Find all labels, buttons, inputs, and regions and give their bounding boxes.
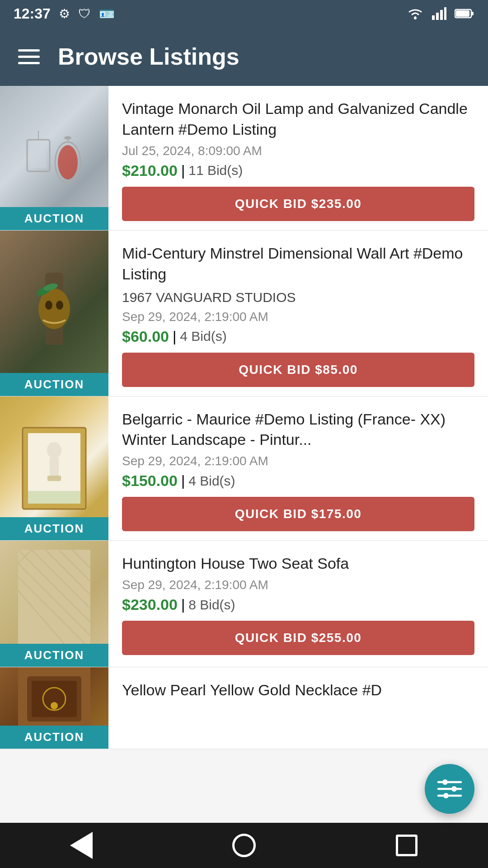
filter-icon [436, 778, 463, 800]
card-icon: 🪪 [99, 6, 115, 21]
listing-details-3: Belgarric - Maurice #Demo Listing (Franc… [108, 396, 488, 541]
painting-illustration [18, 414, 90, 523]
svg-rect-7 [456, 10, 469, 17]
listing-details-4: Huntington House Two Seat Sofa Sep 29, 2… [108, 541, 488, 667]
listing-price: $230.00 [122, 596, 178, 613]
listing-price-row: $60.00 | 4 Bid(s) [122, 328, 474, 345]
listing-details-2: Mid-Century Minstrel Dimensional Wall Ar… [108, 231, 488, 396]
listing-date: Sep 29, 2024, 2:19:00 AM [122, 310, 474, 324]
auction-badge: AUCTION [0, 373, 108, 396]
gear-icon: ⚙ [59, 6, 70, 21]
list-item[interactable]: AUCTION Vintage Monarch Oil Lamp and Gal… [0, 86, 488, 231]
auction-badge: AUCTION [0, 517, 108, 540]
listing-image-1: AUCTION [0, 86, 108, 230]
listing-price-row: $150.00 | 4 Bid(s) [122, 472, 474, 490]
listing-price-row: $210.00 | 11 Bid(s) [122, 162, 474, 179]
listing-date: Sep 29, 2024, 2:19:00 AM [122, 454, 474, 468]
listing-price-row: $230.00 | 8 Bid(s) [122, 596, 474, 613]
listing-image-4: AUCTION [0, 541, 108, 667]
svg-rect-9 [31, 143, 46, 168]
auction-badge: AUCTION [0, 644, 108, 667]
pipe-separator: | [181, 162, 185, 179]
back-icon [70, 832, 93, 859]
svg-point-17 [45, 301, 52, 310]
svg-point-0 [414, 17, 417, 19]
home-button[interactable] [226, 827, 262, 863]
svg-rect-4 [444, 7, 446, 20]
svg-point-12 [58, 145, 78, 179]
svg-point-18 [56, 301, 63, 310]
listing-subtitle: 1967 VANGUARD STUDIOS [122, 288, 474, 306]
listing-date: Jul 25, 2024, 8:09:00 AM [122, 144, 474, 158]
list-item[interactable]: AUCTION Belgarric - Maurice #Demo Listin… [0, 396, 488, 541]
lantern-illustration [18, 113, 90, 203]
listing-title: Belgarric - Maurice #Demo Listing (Franc… [122, 409, 474, 451]
app-bar: Browse Listings [0, 27, 488, 86]
walldecor-illustration [18, 264, 90, 363]
svg-rect-1 [432, 15, 435, 20]
svg-point-47 [443, 793, 449, 798]
svg-point-45 [451, 786, 457, 792]
listing-price: $60.00 [122, 328, 169, 345]
shield-icon: 🛡 [78, 6, 91, 21]
listing-price: $210.00 [122, 162, 178, 179]
svg-rect-6 [471, 12, 474, 15]
listing-title: Yellow Pearl Yellow Gold Necklace #D [122, 680, 474, 701]
listing-bids: 8 Bid(s) [188, 597, 235, 613]
status-right [407, 7, 474, 20]
status-left: 12:37 ⚙ 🛡 🪪 [14, 5, 115, 22]
svg-point-43 [442, 779, 448, 785]
quick-bid-button-1[interactable]: QUICK BID $235.00 [122, 187, 474, 221]
listing-bids: 4 Bid(s) [188, 473, 235, 489]
listing-image-3: AUCTION [0, 396, 108, 541]
svg-rect-3 [440, 10, 443, 20]
battery-icon [455, 8, 474, 19]
signal-icon [432, 7, 446, 20]
listing-price: $150.00 [122, 472, 178, 490]
listing-title: Huntington House Two Seat Sofa [122, 553, 474, 574]
hamburger-menu-button[interactable] [18, 49, 40, 64]
svg-rect-27 [18, 550, 90, 658]
listing-image-2: AUCTION [0, 231, 108, 396]
pipe-separator: | [173, 328, 176, 345]
list-item[interactable]: AUCTION Yellow Pearl Yellow Gold Necklac… [0, 667, 488, 749]
status-time: 12:37 [14, 5, 51, 22]
status-bar: 12:37 ⚙ 🛡 🪪 [0, 0, 488, 27]
pipe-separator: | [181, 596, 185, 613]
listing-bids: 4 Bid(s) [180, 329, 226, 344]
quick-bid-button-4[interactable]: QUICK BID $255.00 [122, 621, 474, 655]
listing-date: Sep 29, 2024, 2:19:00 AM [122, 578, 474, 592]
svg-rect-39 [32, 681, 77, 717]
page-title: Browse Listings [58, 43, 239, 70]
svg-rect-26 [28, 491, 80, 504]
svg-point-14 [64, 136, 71, 140]
listing-details-5: Yellow Pearl Yellow Gold Necklace #D [108, 667, 488, 749]
listing-title: Mid-Century Minstrel Dimensional Wall Ar… [122, 243, 474, 285]
auction-badge: AUCTION [0, 207, 108, 230]
recents-button[interactable] [389, 827, 425, 863]
listings-container: AUCTION Vintage Monarch Oil Lamp and Gal… [0, 86, 488, 749]
svg-rect-25 [47, 476, 61, 481]
listing-details-1: Vintage Monarch Oil Lamp and Galvanized … [108, 86, 488, 230]
bottom-nav-bar [0, 823, 488, 868]
svg-point-41 [51, 702, 58, 709]
home-icon [232, 834, 256, 857]
svg-rect-2 [436, 13, 439, 20]
listing-title: Vintage Monarch Oil Lamp and Galvanized … [122, 99, 474, 140]
filter-fab-button[interactable] [425, 764, 474, 814]
svg-rect-24 [50, 458, 59, 476]
listing-image-5: AUCTION [0, 667, 108, 749]
pipe-separator: | [181, 472, 185, 489]
auction-badge: AUCTION [0, 726, 108, 749]
listing-bids: 11 Bid(s) [188, 163, 243, 178]
quick-bid-button-3[interactable]: QUICK BID $175.00 [122, 497, 474, 531]
quick-bid-button-2[interactable]: QUICK BID $85.00 [122, 353, 474, 387]
wifi-icon [407, 7, 424, 20]
list-item[interactable]: AUCTION Huntington House Two Seat Sofa S… [0, 541, 488, 667]
back-button[interactable] [63, 827, 99, 863]
sofa-illustration [18, 550, 90, 658]
recents-icon [396, 835, 418, 856]
svg-point-23 [47, 442, 61, 458]
list-item[interactable]: AUCTION Mid-Century Minstrel Dimensional… [0, 231, 488, 396]
